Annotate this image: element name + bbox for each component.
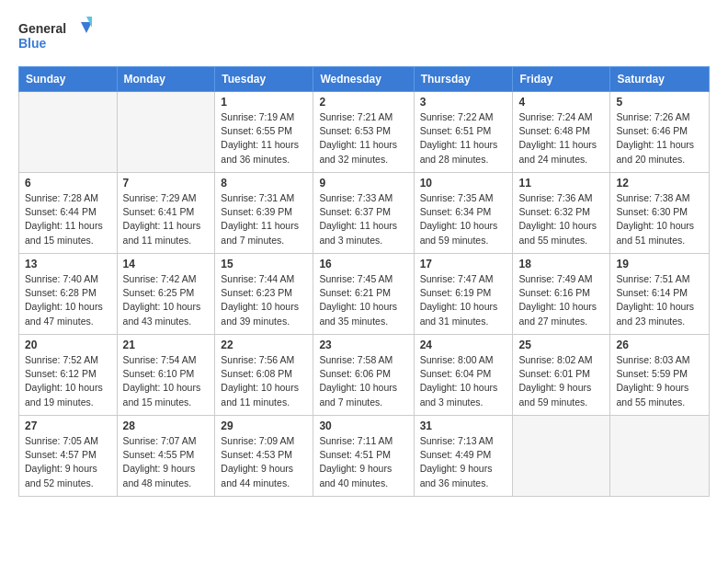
day-number: 3: [420, 96, 507, 109]
day-info: Sunrise: 7:19 AM Sunset: 6:55 PM Dayligh…: [221, 110, 307, 167]
calendar-header: SundayMondayTuesdayWednesdayThursdayFrid…: [19, 67, 710, 92]
day-number: 24: [420, 339, 507, 351]
day-info: Sunrise: 7:21 AM Sunset: 6:53 PM Dayligh…: [319, 110, 407, 167]
calendar-cell: 18Sunrise: 7:49 AM Sunset: 6:16 PM Dayli…: [513, 254, 610, 335]
calendar-cell: 23Sunrise: 7:58 AM Sunset: 6:06 PM Dayli…: [313, 335, 414, 416]
day-info: Sunrise: 7:29 AM Sunset: 6:41 PM Dayligh…: [123, 191, 210, 247]
svg-text:Blue: Blue: [18, 36, 47, 51]
calendar-cell: 19Sunrise: 7:51 AM Sunset: 6:14 PM Dayli…: [610, 254, 710, 335]
day-number: 21: [123, 339, 210, 351]
logo-icon: General Blue: [18, 17, 92, 57]
day-info: Sunrise: 7:13 AM Sunset: 4:49 PM Dayligh…: [420, 434, 507, 490]
day-info: Sunrise: 7:28 AM Sunset: 6:44 PM Dayligh…: [25, 191, 111, 247]
day-info: Sunrise: 7:38 AM Sunset: 6:30 PM Dayligh…: [616, 191, 703, 247]
calendar-body: 1Sunrise: 7:19 AM Sunset: 6:55 PM Daylig…: [19, 92, 710, 497]
week-row-5: 27Sunrise: 7:05 AM Sunset: 4:57 PM Dayli…: [19, 416, 710, 497]
calendar-cell: 6Sunrise: 7:28 AM Sunset: 6:44 PM Daylig…: [19, 173, 118, 254]
day-number: 19: [616, 258, 703, 270]
calendar-cell: [513, 416, 610, 497]
weekday-header-saturday: Saturday: [610, 67, 710, 92]
day-number: 26: [616, 339, 703, 351]
week-row-2: 6Sunrise: 7:28 AM Sunset: 6:44 PM Daylig…: [19, 173, 710, 254]
day-info: Sunrise: 7:36 AM Sunset: 6:32 PM Dayligh…: [518, 191, 604, 247]
day-number: 11: [518, 177, 604, 190]
calendar-cell: 26Sunrise: 8:03 AM Sunset: 5:59 PM Dayli…: [610, 335, 710, 416]
day-info: Sunrise: 7:33 AM Sunset: 6:37 PM Dayligh…: [319, 191, 407, 247]
day-info: Sunrise: 7:31 AM Sunset: 6:39 PM Dayligh…: [221, 191, 307, 247]
calendar-cell: 17Sunrise: 7:47 AM Sunset: 6:19 PM Dayli…: [414, 254, 513, 335]
calendar-cell: 11Sunrise: 7:36 AM Sunset: 6:32 PM Dayli…: [513, 173, 610, 254]
week-row-3: 13Sunrise: 7:40 AM Sunset: 6:28 PM Dayli…: [19, 254, 710, 335]
day-info: Sunrise: 7:26 AM Sunset: 6:46 PM Dayligh…: [616, 110, 703, 167]
day-info: Sunrise: 8:02 AM Sunset: 6:01 PM Dayligh…: [518, 353, 604, 409]
calendar-cell: 22Sunrise: 7:56 AM Sunset: 6:08 PM Dayli…: [215, 335, 313, 416]
calendar-cell: 31Sunrise: 7:13 AM Sunset: 4:49 PM Dayli…: [414, 416, 513, 497]
svg-text:General: General: [18, 21, 66, 36]
day-number: 6: [25, 177, 111, 190]
weekday-header-monday: Monday: [117, 67, 215, 92]
calendar-cell: 20Sunrise: 7:52 AM Sunset: 6:12 PM Dayli…: [19, 335, 118, 416]
calendar-cell: 29Sunrise: 7:09 AM Sunset: 4:53 PM Dayli…: [215, 416, 313, 497]
day-number: 27: [25, 419, 111, 432]
calendar-cell: 8Sunrise: 7:31 AM Sunset: 6:39 PM Daylig…: [215, 173, 313, 254]
day-number: 30: [319, 419, 407, 432]
day-info: Sunrise: 7:42 AM Sunset: 6:25 PM Dayligh…: [123, 272, 210, 328]
calendar-cell: 15Sunrise: 7:44 AM Sunset: 6:23 PM Dayli…: [215, 254, 313, 335]
weekday-header-sunday: Sunday: [19, 67, 118, 92]
calendar-cell: 5Sunrise: 7:26 AM Sunset: 6:46 PM Daylig…: [610, 92, 710, 173]
day-number: 17: [420, 258, 507, 270]
calendar-cell: [19, 92, 118, 173]
day-info: Sunrise: 7:24 AM Sunset: 6:48 PM Dayligh…: [518, 110, 604, 167]
calendar-cell: 2Sunrise: 7:21 AM Sunset: 6:53 PM Daylig…: [313, 92, 414, 173]
weekday-header-row: SundayMondayTuesdayWednesdayThursdayFrid…: [19, 67, 710, 92]
day-number: 8: [221, 177, 307, 190]
calendar-cell: 14Sunrise: 7:42 AM Sunset: 6:25 PM Dayli…: [117, 254, 215, 335]
day-info: Sunrise: 7:22 AM Sunset: 6:51 PM Dayligh…: [420, 110, 507, 167]
day-info: Sunrise: 7:07 AM Sunset: 4:55 PM Dayligh…: [123, 434, 210, 490]
logo: General Blue: [18, 17, 92, 57]
day-info: Sunrise: 7:35 AM Sunset: 6:34 PM Dayligh…: [420, 191, 507, 247]
day-info: Sunrise: 7:56 AM Sunset: 6:08 PM Dayligh…: [221, 353, 307, 409]
day-number: 13: [25, 258, 111, 270]
day-info: Sunrise: 7:05 AM Sunset: 4:57 PM Dayligh…: [25, 434, 111, 490]
day-info: Sunrise: 7:58 AM Sunset: 6:06 PM Dayligh…: [319, 353, 407, 409]
week-row-4: 20Sunrise: 7:52 AM Sunset: 6:12 PM Dayli…: [19, 335, 710, 416]
day-number: 25: [518, 339, 604, 351]
calendar-cell: 27Sunrise: 7:05 AM Sunset: 4:57 PM Dayli…: [19, 416, 118, 497]
day-number: 31: [420, 419, 507, 432]
calendar-cell: 3Sunrise: 7:22 AM Sunset: 6:51 PM Daylig…: [414, 92, 513, 173]
day-number: 18: [518, 258, 604, 270]
day-number: 4: [518, 96, 604, 109]
day-number: 9: [319, 177, 407, 190]
page: General Blue SundayMondayTuesdayWednesda…: [0, 0, 728, 563]
calendar-cell: 4Sunrise: 7:24 AM Sunset: 6:48 PM Daylig…: [513, 92, 610, 173]
week-row-1: 1Sunrise: 7:19 AM Sunset: 6:55 PM Daylig…: [19, 92, 710, 173]
calendar-cell: 30Sunrise: 7:11 AM Sunset: 4:51 PM Dayli…: [313, 416, 414, 497]
day-number: 12: [616, 177, 703, 190]
calendar-cell: 7Sunrise: 7:29 AM Sunset: 6:41 PM Daylig…: [117, 173, 215, 254]
weekday-header-friday: Friday: [513, 67, 610, 92]
day-number: 23: [319, 339, 407, 351]
weekday-header-wednesday: Wednesday: [313, 67, 414, 92]
calendar-cell: 24Sunrise: 8:00 AM Sunset: 6:04 PM Dayli…: [414, 335, 513, 416]
calendar-cell: 9Sunrise: 7:33 AM Sunset: 6:37 PM Daylig…: [313, 173, 414, 254]
calendar-cell: 1Sunrise: 7:19 AM Sunset: 6:55 PM Daylig…: [215, 92, 313, 173]
calendar-cell: 13Sunrise: 7:40 AM Sunset: 6:28 PM Dayli…: [19, 254, 118, 335]
calendar-cell: 10Sunrise: 7:35 AM Sunset: 6:34 PM Dayli…: [414, 173, 513, 254]
day-info: Sunrise: 7:45 AM Sunset: 6:21 PM Dayligh…: [319, 272, 407, 328]
day-number: 7: [123, 177, 210, 190]
day-info: Sunrise: 7:49 AM Sunset: 6:16 PM Dayligh…: [518, 272, 604, 328]
header: General Blue: [18, 17, 710, 57]
day-info: Sunrise: 7:44 AM Sunset: 6:23 PM Dayligh…: [221, 272, 307, 328]
day-info: Sunrise: 7:40 AM Sunset: 6:28 PM Dayligh…: [25, 272, 111, 328]
day-info: Sunrise: 7:11 AM Sunset: 4:51 PM Dayligh…: [319, 434, 407, 490]
day-number: 2: [319, 96, 407, 109]
calendar-table: SundayMondayTuesdayWednesdayThursdayFrid…: [18, 66, 710, 497]
day-info: Sunrise: 7:47 AM Sunset: 6:19 PM Dayligh…: [420, 272, 507, 328]
calendar-cell: 21Sunrise: 7:54 AM Sunset: 6:10 PM Dayli…: [117, 335, 215, 416]
calendar-cell: 12Sunrise: 7:38 AM Sunset: 6:30 PM Dayli…: [610, 173, 710, 254]
weekday-header-tuesday: Tuesday: [215, 67, 313, 92]
day-number: 10: [420, 177, 507, 190]
day-number: 29: [221, 419, 307, 432]
day-number: 28: [123, 419, 210, 432]
